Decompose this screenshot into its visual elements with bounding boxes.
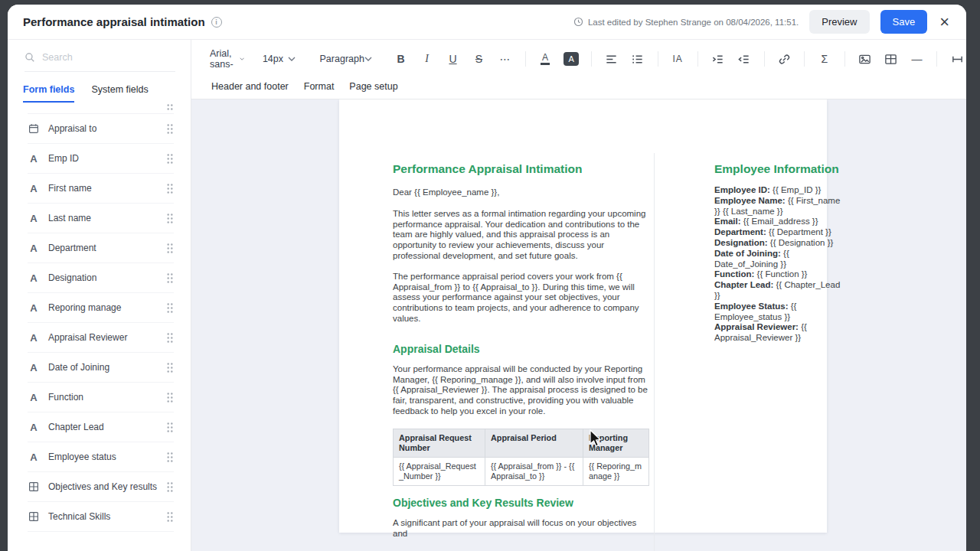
sidebar-field-item[interactable]: A Emp ID xyxy=(28,144,174,174)
drag-handle-icon[interactable] xyxy=(166,392,174,403)
merge-field-button[interactable]: Σ xyxy=(815,49,834,69)
employee-info-column: Employee Information Employee ID: {{ Emp… xyxy=(714,162,844,344)
sidebar-tab[interactable]: System fields xyxy=(91,84,148,103)
sidebar-tab[interactable]: Form fields xyxy=(23,84,74,103)
more-formats-button[interactable]: ⋯ xyxy=(496,49,514,69)
field-search[interactable] xyxy=(24,52,175,72)
drag-handle-icon[interactable] xyxy=(166,123,174,135)
sidebar-field-item[interactable]: A Designation xyxy=(28,263,174,293)
sidebar-field-item[interactable]: A Department xyxy=(28,233,174,263)
letter-spacing-button[interactable]: IA xyxy=(668,49,687,69)
table-cell: {{ Appraisal_from }} - {{ Appraisal_to }… xyxy=(485,457,583,485)
drag-handle-icon[interactable] xyxy=(166,153,174,165)
sidebar-field-item[interactable]: A Appraisal Reviewer xyxy=(28,323,174,353)
drag-handle-icon[interactable] xyxy=(166,302,174,314)
sidebar-field-item[interactable]: A First name xyxy=(28,174,174,204)
drag-handle-icon[interactable] xyxy=(166,452,174,463)
sidebar-field-item[interactable]: A Chapter Lead xyxy=(28,412,174,442)
toolbar-separator xyxy=(936,51,937,67)
employee-info-field: Appraisal Reviewer: {{ Appraisal_Reviewe… xyxy=(714,322,844,344)
doc-heading-okr: Objectives and Key Results Review xyxy=(393,497,648,509)
table-header-row: Appraisal Request NumberAppraisal Period… xyxy=(394,429,649,457)
strikethrough-button[interactable]: S xyxy=(470,49,488,69)
image-button[interactable] xyxy=(855,49,874,69)
highlight-color-button[interactable]: A xyxy=(562,49,580,69)
toolbar-separator xyxy=(525,51,526,67)
chevron-down-icon xyxy=(364,57,372,61)
table-header-cell: Reporting Manager xyxy=(583,429,649,457)
doc-paragraph: The performance appraisal period covers … xyxy=(393,272,648,324)
save-button[interactable]: Save xyxy=(880,10,928,34)
drag-handle-icon[interactable] xyxy=(166,213,174,224)
text-color-button[interactable]: A xyxy=(536,49,554,69)
sidebar-field-item[interactable]: A Date of Joining xyxy=(28,353,174,383)
drag-handle-icon[interactable] xyxy=(166,272,174,284)
text-field-icon: A xyxy=(28,332,40,344)
search-input[interactable] xyxy=(42,52,149,63)
toolbar-separator xyxy=(697,51,698,67)
text-field-icon: A xyxy=(28,183,40,194)
drag-handle-icon[interactable] xyxy=(166,183,174,194)
page-break-button[interactable] xyxy=(948,49,966,69)
table-button[interactable] xyxy=(881,49,900,69)
text-field-icon: A xyxy=(28,272,40,284)
sidebar-field-item[interactable]: A Function xyxy=(28,383,174,412)
toolbar-separator xyxy=(764,51,765,67)
horizontal-rule-button[interactable]: — xyxy=(907,49,926,69)
menu-header-footer[interactable]: Header and footer xyxy=(211,81,289,92)
indent-decrease-button[interactable] xyxy=(735,49,753,69)
table-row: {{ Appraisal_Request_Number }}{{ Apprais… xyxy=(394,457,649,485)
toolbar-separator xyxy=(591,51,592,67)
table-cell: {{ Reporing_manage }} xyxy=(583,457,649,485)
font-family-select[interactable]: Arial, sans- xyxy=(210,48,244,70)
sidebar-field-item[interactable]: A Objectives and Key results xyxy=(28,472,174,502)
doc-paragraph: A significant part of your appraisal wil… xyxy=(393,518,648,540)
sidebar-field-item[interactable]: A Reporing manage xyxy=(28,293,174,323)
drag-handle-icon[interactable] xyxy=(166,103,174,111)
preview-button[interactable]: Preview xyxy=(809,10,869,34)
info-icon[interactable]: i xyxy=(211,17,222,28)
document-canvas[interactable]: Performance Appraisal Intimation Dear {{… xyxy=(191,99,966,551)
italic-button[interactable]: I xyxy=(418,49,436,69)
font-size-select[interactable]: 14px xyxy=(263,54,296,64)
drag-handle-icon[interactable] xyxy=(166,511,174,523)
close-icon[interactable]: × xyxy=(938,14,951,31)
list-button[interactable] xyxy=(629,49,647,69)
link-button[interactable] xyxy=(775,49,793,69)
toolbar-menu: Header and footer Format Page setup xyxy=(210,73,966,99)
sidebar-field-item[interactable]: A Employee status xyxy=(28,442,174,472)
employee-info-field: Date of Joining: {{ Date_of_Joining }} xyxy=(714,249,844,270)
employee-info-field: Employee Status: {{ Employee_status }} xyxy=(714,302,844,323)
page-title: Performance appraisal intimation xyxy=(23,15,205,28)
bold-button[interactable]: B xyxy=(392,49,410,69)
paragraph-style-select[interactable]: Paragraph xyxy=(320,54,372,64)
field-list[interactable]: A Appraisal to xyxy=(8,103,191,551)
sidebar-field-item[interactable]: A Technical Skills xyxy=(28,502,174,532)
drag-handle-icon[interactable] xyxy=(166,481,174,493)
topbar: Performance appraisal intimation i Last … xyxy=(8,5,966,40)
drag-handle-icon[interactable] xyxy=(166,243,174,254)
column-guide xyxy=(654,153,655,551)
underline-button[interactable]: U xyxy=(444,49,462,69)
text-field-icon: A xyxy=(28,213,40,224)
sidebar-field-item[interactable]: A Appraisal to xyxy=(28,114,174,144)
sidebar-field-item[interactable]: A Last name xyxy=(28,204,174,233)
drag-handle-icon[interactable] xyxy=(166,332,174,344)
clock-icon xyxy=(573,17,583,27)
employee-info-field: Email: {{ Email_address }} xyxy=(714,217,844,227)
align-button[interactable] xyxy=(603,49,621,69)
drag-handle-icon[interactable] xyxy=(166,422,174,433)
table-field-icon xyxy=(28,481,40,492)
doc-paragraph: This letter serves as a formal intimatio… xyxy=(393,209,648,262)
employee-info-field: Designation: {{ Designation }} xyxy=(714,238,844,249)
drag-handle-icon[interactable] xyxy=(166,362,174,373)
doc-paragraph: Your performance appraisal will be condu… xyxy=(393,364,648,417)
toolbar-separator xyxy=(658,51,658,67)
document-page[interactable]: Performance Appraisal Intimation Dear {{… xyxy=(339,99,827,533)
employee-info-heading: Employee Information xyxy=(714,162,844,176)
menu-format[interactable]: Format xyxy=(304,81,335,92)
format-toolbar: Arial, sans- 14px Paragraph B I U xyxy=(191,40,966,99)
doc-title: Performance Appraisal Intimation xyxy=(393,162,648,176)
menu-page-setup[interactable]: Page setup xyxy=(349,81,397,92)
indent-increase-button[interactable] xyxy=(709,49,727,69)
